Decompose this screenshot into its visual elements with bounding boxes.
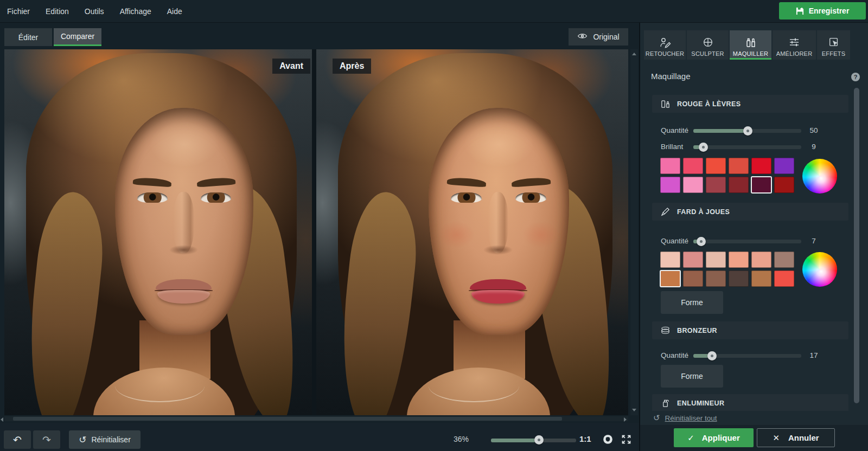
- bronzer-quantity-slider[interactable]: [693, 354, 801, 358]
- color-swatch[interactable]: [774, 270, 794, 287]
- menu-item[interactable]: Edition: [46, 7, 69, 16]
- color-swatch[interactable]: [683, 158, 703, 174]
- color-swatch[interactable]: [706, 158, 726, 174]
- panel-tabs: RETOUCHER SCULPTER MAQUILLER AMÉLIORER E…: [644, 30, 850, 60]
- horizontal-scrollbar-thumb[interactable]: [13, 417, 562, 421]
- cheek: [438, 221, 475, 248]
- lips: [155, 279, 213, 304]
- color-swatch[interactable]: [683, 252, 703, 268]
- blush-shape-button[interactable]: Forme: [661, 291, 723, 314]
- tab-retoucher[interactable]: RETOUCHER: [644, 30, 686, 60]
- fullscreen-icon[interactable]: [620, 433, 633, 446]
- color-swatch[interactable]: [706, 177, 726, 193]
- nose: [488, 192, 509, 253]
- color-swatch[interactable]: [751, 270, 771, 287]
- menu-item[interactable]: Fichier: [7, 7, 30, 16]
- necklace: [429, 370, 519, 403]
- color-swatch[interactable]: [683, 270, 703, 287]
- blush-quantity-slider[interactable]: [693, 240, 801, 243]
- cancel-button[interactable]: ✕ Annuler: [757, 428, 835, 447]
- slider-thumb[interactable]: [743, 126, 752, 136]
- color-swatch[interactable]: [660, 252, 680, 268]
- help-button[interactable]: ?: [851, 73, 860, 81]
- color-swatch[interactable]: [660, 158, 680, 174]
- blush-brush-icon: [660, 207, 671, 217]
- face: [429, 108, 569, 335]
- blush-color-wheel[interactable]: [802, 252, 837, 287]
- image-canvas[interactable]: Avant Après: [4, 49, 628, 415]
- color-swatch[interactable]: [774, 177, 794, 193]
- color-swatch[interactable]: [706, 270, 726, 287]
- menubar: FichierEditionOutilsAffichageAide: [0, 0, 868, 23]
- section-bronzer[interactable]: BRONZEUR: [652, 321, 848, 339]
- lipstick-color-wheel[interactable]: [802, 159, 837, 194]
- tab-edit[interactable]: Éditer: [4, 28, 52, 46]
- color-swatch[interactable]: [729, 252, 749, 268]
- color-swatch[interactable]: [729, 270, 749, 287]
- face-zoom-button[interactable]: [601, 433, 614, 446]
- menu-item[interactable]: Outils: [85, 7, 104, 16]
- color-swatch[interactable]: [660, 270, 680, 287]
- original-button[interactable]: Original: [569, 28, 628, 46]
- color-swatch[interactable]: [751, 177, 771, 193]
- lipstick-quantity-slider[interactable]: [693, 129, 801, 133]
- section-highlighter[interactable]: ENLUMINEUR: [652, 394, 848, 412]
- slider-thumb[interactable]: [699, 143, 708, 152]
- eyebrow: [511, 177, 551, 187]
- lipstick-shine-slider[interactable]: [693, 145, 801, 149]
- zoom-slider-thumb[interactable]: [534, 435, 544, 444]
- lipstick-quantity-row: Quantité 50: [661, 125, 830, 136]
- section-lipstick[interactable]: ROUGE À LÈVRES: [652, 95, 848, 113]
- scroll-up-arrow[interactable]: [632, 53, 636, 55]
- photo-editor-app: FichierEditionOutilsAffichageAide Enregi…: [0, 0, 868, 451]
- reset-all-link[interactable]: Réinitialiser tout: [665, 414, 717, 422]
- eye: [451, 192, 482, 203]
- vertical-scrollbar[interactable]: [630, 49, 638, 415]
- eyebrow: [133, 177, 172, 187]
- lips: [469, 279, 528, 304]
- color-swatch[interactable]: [683, 177, 703, 193]
- tab-compare[interactable]: Comparer: [54, 28, 101, 46]
- scroll-down-arrow[interactable]: [632, 409, 636, 411]
- scroll-left-arrow[interactable]: [1, 417, 3, 422]
- menu-item[interactable]: Affichage: [120, 7, 151, 16]
- color-swatch[interactable]: [751, 252, 771, 268]
- color-swatch[interactable]: [774, 252, 794, 268]
- scroll-right-arrow[interactable]: [624, 417, 627, 422]
- panel-scrollbar[interactable]: [854, 88, 859, 403]
- save-label: Enregistrer: [809, 7, 850, 15]
- horizontal-scrollbar[interactable]: [4, 416, 628, 421]
- nose: [173, 192, 194, 253]
- color-swatch[interactable]: [729, 177, 749, 193]
- color-swatch[interactable]: [774, 158, 794, 174]
- slider-thumb[interactable]: [707, 351, 717, 360]
- undo-button[interactable]: ↶: [4, 430, 31, 449]
- slider-thumb[interactable]: [697, 237, 706, 246]
- redo-button[interactable]: ↷: [33, 430, 60, 449]
- bronzer-shape-button[interactable]: Forme: [661, 365, 723, 388]
- save-button[interactable]: Enregistrer: [779, 2, 866, 20]
- color-swatch[interactable]: [660, 177, 680, 193]
- bottom-toolbar: ↶ ↷ ↺ Réinitialiser 36% 1:1: [0, 423, 639, 451]
- menu-item[interactable]: Aide: [167, 7, 182, 16]
- lipstick-icon: [660, 99, 671, 109]
- zoom-slider[interactable]: [491, 439, 576, 442]
- eyebrow: [196, 177, 235, 187]
- color-swatch[interactable]: [706, 252, 726, 268]
- save-icon: [796, 7, 804, 15]
- ratio-button[interactable]: 1:1: [579, 434, 591, 443]
- color-swatch[interactable]: [751, 158, 771, 174]
- color-swatch[interactable]: [729, 158, 749, 174]
- tab-ameliorer[interactable]: AMÉLIORER: [773, 30, 816, 60]
- eye: [137, 192, 168, 203]
- apply-button[interactable]: ✓ Appliquer: [674, 428, 754, 447]
- lipstick-swatches: [660, 158, 794, 193]
- tab-sculpter[interactable]: SCULPTER: [687, 30, 729, 60]
- tab-effets[interactable]: EFFETS: [817, 30, 850, 60]
- reset-button[interactable]: ↺ Réinitialiser: [69, 430, 141, 449]
- eye-icon: [577, 33, 588, 41]
- tab-maquiller[interactable]: MAQUILLER: [730, 30, 771, 60]
- undo-icon: ↶: [13, 434, 22, 446]
- redo-icon: ↷: [42, 434, 51, 446]
- section-blush[interactable]: FARD À JOUES: [652, 203, 848, 221]
